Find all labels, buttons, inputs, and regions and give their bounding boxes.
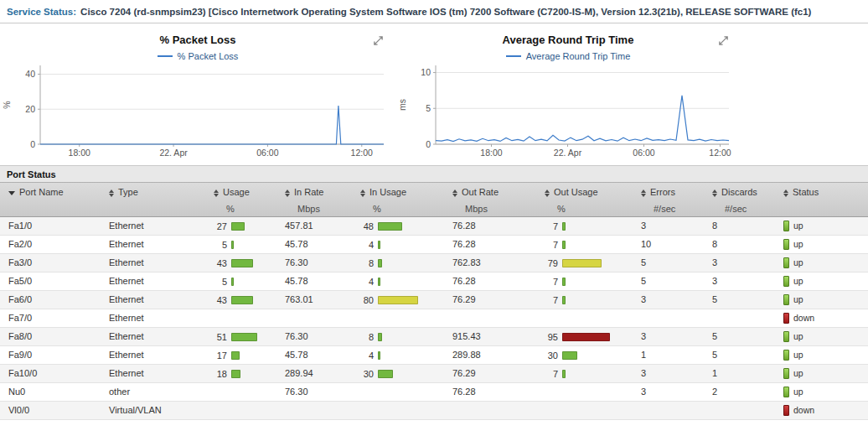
column-header-discards[interactable]: Discards (704, 183, 775, 201)
column-unit: % (536, 201, 633, 216)
usage-cell: 43 (205, 253, 276, 272)
status-cell: up (775, 272, 868, 290)
status-label: up (793, 331, 803, 341)
table-row[interactable]: Fa3/0Ethernet4376.308762.837953up (0, 253, 868, 272)
table-row[interactable]: Fa2/0Ethernet545.78476.287108up (0, 235, 868, 253)
in-usage-cell: 4 (352, 345, 444, 364)
errors-cell: 3 (633, 327, 704, 345)
usage-value: 5 (214, 277, 227, 287)
usage-bar (231, 278, 234, 286)
table-row[interactable]: Fa5/0Ethernet545.78476.28753up (0, 272, 868, 290)
usage-value: 80 (360, 295, 374, 305)
port-name-cell[interactable]: Nu0 (0, 382, 101, 401)
status-cell: up (775, 216, 868, 235)
column-header-out-rate[interactable]: Out Rate (444, 183, 536, 201)
status-up-icon (783, 368, 789, 379)
svg-text:20: 20 (25, 104, 35, 114)
port-name-cell[interactable]: Fa2/0 (0, 235, 101, 253)
in-rate-cell: 45.78 (276, 345, 352, 364)
in-usage-cell: 48 (352, 216, 444, 235)
svg-text:10: 10 (421, 67, 431, 77)
status-up-icon (783, 257, 789, 268)
usage-bar (231, 241, 234, 249)
errors-cell: 3 (633, 290, 704, 309)
column-unit (101, 201, 205, 216)
charts-section: % Packet Loss % Packet Loss 0204018:0022… (0, 23, 868, 166)
column-label: In Usage (369, 187, 406, 197)
expand-icon[interactable] (718, 35, 729, 46)
column-label: Out Rate (462, 187, 499, 197)
port-name-cell[interactable]: Fa10/0 (0, 364, 101, 382)
table-row[interactable]: Vl0/0Virtual/VLANdown (0, 401, 868, 419)
out-rate-cell: 76.28 (444, 216, 536, 235)
in-usage-cell: 4 (352, 272, 444, 290)
port-name-cell[interactable]: Fa9/0 (0, 345, 101, 364)
usage-value: 5 (214, 240, 227, 250)
table-row[interactable]: Fa8/0Ethernet5176.308915.439535up (0, 327, 868, 345)
column-header-errors[interactable]: Errors (633, 183, 704, 201)
column-unit: Mbps (276, 201, 352, 216)
table-row[interactable]: Fa10/0Ethernet18289.943076.29731up (0, 364, 868, 382)
usage-value: 43 (214, 258, 227, 268)
column-header-port-name[interactable]: Port Name (0, 183, 101, 201)
usage-cell (205, 401, 276, 419)
port-name-cell[interactable]: Fa3/0 (0, 253, 101, 272)
type-cell: Ethernet (101, 272, 205, 290)
type-cell: Ethernet (101, 290, 205, 309)
usage-cell: 18 (205, 364, 276, 382)
in-usage-cell: 80 (352, 290, 444, 309)
port-name-cell[interactable]: Fa8/0 (0, 327, 101, 345)
usage-value: 8 (360, 332, 374, 342)
table-row[interactable]: Fa6/0Ethernet43763.018076.29735up (0, 290, 868, 309)
out-usage-cell: 7 (536, 235, 633, 253)
in-rate-cell: 289.94 (276, 364, 352, 382)
type-cell: Virtual/VLAN (101, 401, 205, 419)
port-name-cell[interactable]: Fa5/0 (0, 272, 101, 290)
status-down-icon (783, 313, 789, 324)
status-label: up (793, 257, 803, 267)
column-header-type[interactable]: Type (101, 183, 205, 201)
round-trip-time-chart-panel: Average Round Trip Time Average Round Tr… (395, 23, 741, 165)
discards-cell (704, 309, 775, 327)
usage-value: 30 (360, 369, 374, 379)
usage-bar (562, 222, 566, 231)
column-header-status[interactable]: Status (775, 183, 868, 201)
service-status-value: Cisco 7204 (rd-snmpsim23) [Cisco Interne… (80, 7, 811, 17)
table-row[interactable]: Fa9/0Ethernet1745.784289.883015up (0, 345, 868, 364)
legend-label: Average Round Trip Time (526, 51, 631, 61)
usage-bar (562, 296, 566, 304)
discards-cell: 3 (704, 272, 775, 290)
out-rate-cell (444, 309, 536, 327)
usage-bar (231, 370, 240, 378)
usage-value: 4 (360, 350, 374, 361)
discards-cell: 5 (704, 327, 775, 345)
svg-text:18:00: 18:00 (480, 148, 502, 158)
discards-cell: 8 (704, 235, 775, 253)
usage-bar (562, 278, 566, 286)
usage-cell: 5 (205, 235, 276, 253)
discards-cell: 8 (704, 216, 775, 235)
port-name-cell[interactable]: Fa6/0 (0, 290, 101, 309)
usage-value: 7 (545, 277, 558, 287)
out-usage-cell: 7 (536, 290, 633, 309)
expand-icon[interactable] (373, 35, 384, 46)
in-usage-cell (352, 382, 444, 401)
column-label: Port Name (19, 187, 64, 197)
svg-text:5: 5 (426, 103, 431, 113)
table-row[interactable]: Nu0other76.3076.2832up (0, 382, 868, 401)
charts-filler (741, 23, 868, 165)
usage-cell: 17 (205, 345, 276, 364)
column-header-in-usage[interactable]: In Usage (352, 183, 444, 201)
status-label: down (793, 313, 814, 323)
port-name-cell[interactable]: Fa7/0 (0, 309, 101, 327)
column-header-usage[interactable]: Usage (205, 183, 276, 201)
table-row[interactable]: Fa1/0Ethernet27457.814876.28738up (0, 216, 868, 235)
column-header-in-rate[interactable]: In Rate (276, 183, 352, 201)
sort-icon (545, 189, 550, 197)
table-row[interactable]: Fa7/0Ethernetdown (0, 309, 868, 327)
port-name-cell[interactable]: Fa1/0 (0, 216, 101, 235)
column-header-out-usage[interactable]: Out Usage (536, 183, 633, 201)
port-name-cell[interactable]: Vl0/0 (0, 401, 101, 419)
out-usage-cell: 7 (536, 272, 633, 290)
in-usage-cell: 4 (352, 235, 444, 253)
